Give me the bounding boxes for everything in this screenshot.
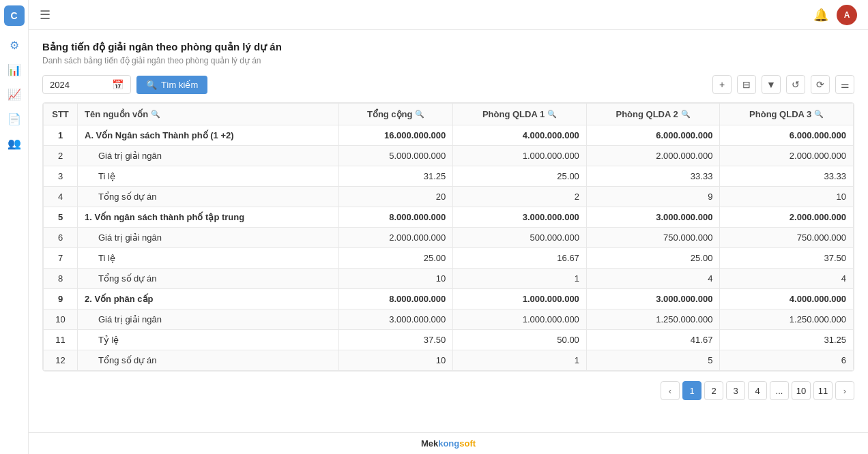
cell-p1: 1	[453, 269, 587, 289]
refresh-button[interactable]: ↺	[786, 75, 805, 94]
cell-name: Tỷ lệ	[78, 330, 339, 350]
cell-name: 1. Vốn ngân sách thành phố tập trung	[78, 207, 339, 228]
sidebar-item-settings[interactable]: ⚙	[3, 34, 25, 56]
sidebar-item-analytics[interactable]: 📈	[3, 83, 25, 105]
cell-p2: 2.000.000.000	[586, 146, 720, 166]
cell-tong-cong: 8.000.000.000	[339, 289, 453, 309]
table-row: 10 Giá trị giải ngân 3.000.000.000 1.000…	[44, 309, 854, 330]
cell-p2: 5	[586, 350, 720, 371]
cell-name: A. Vốn Ngân sách Thành phố (1 +2)	[78, 125, 339, 146]
next-page-button[interactable]: ›	[835, 381, 854, 400]
year-value: 2024	[50, 80, 70, 90]
cell-name: Ti lệ	[78, 248, 339, 269]
cell-tong-cong: 10	[339, 350, 453, 371]
table-row: 3 Ti lệ 31.25 25.00 33.33 33.33	[44, 166, 854, 187]
table-row: 1 A. Vốn Ngân sách Thành phố (1 +2) 16.0…	[44, 125, 854, 146]
header-left: ☰	[40, 7, 50, 22]
filter-button[interactable]: ▼	[762, 75, 781, 94]
table-row: 11 Tỷ lệ 37.50 50.00 41.67 31.25	[44, 330, 854, 350]
col-ten-nguon-von: Tên nguồn vốn 🔍	[78, 104, 339, 125]
cell-tong-cong: 5.000.000.000	[339, 146, 453, 166]
page-4-button[interactable]: 4	[748, 381, 767, 400]
cell-tong-cong: 10	[339, 269, 453, 289]
col-tong-cong: Tổng cộng 🔍	[339, 104, 453, 125]
cell-stt: 3	[44, 166, 78, 187]
cell-stt: 1	[44, 125, 78, 146]
table-row: 9 2. Vốn phân cấp 8.000.000.000 1.000.00…	[44, 289, 854, 309]
sidebar-item-document[interactable]: 📄	[3, 108, 25, 130]
cell-p3: 37.50	[720, 248, 854, 269]
year-input[interactable]: 2024 📅	[42, 75, 131, 94]
cell-p2: 6.000.000.000	[586, 125, 720, 146]
cell-tong-cong: 37.50	[339, 330, 453, 350]
pagination: ‹ 1 2 3 4 ... 10 11 ›	[42, 381, 854, 403]
cell-stt: 9	[44, 289, 78, 309]
header-right: 🔔 A	[813, 5, 857, 25]
sidebar-item-chart[interactable]: 📊	[3, 59, 25, 80]
app-logo[interactable]: C	[4, 5, 25, 26]
toolbar-right: + ⊟ ▼ ↺ ⟳ ⚌	[712, 75, 854, 94]
cell-p1: 25.00	[453, 166, 587, 187]
main-area: ☰ 🔔 A Bảng tiến độ giải ngân theo phòng …	[29, 0, 868, 454]
cell-stt: 2	[44, 146, 78, 166]
cell-p3: 6	[720, 350, 854, 371]
cell-tong-cong: 8.000.000.000	[339, 207, 453, 228]
cell-p1: 1.000.000.000	[453, 146, 587, 166]
page-ellipsis: ...	[770, 381, 789, 400]
cell-p2: 33.33	[586, 166, 720, 187]
cell-p1: 50.00	[453, 330, 587, 350]
filter-p1-icon[interactable]: 🔍	[547, 110, 557, 119]
cell-stt: 10	[44, 309, 78, 330]
cell-p3: 750.000.000	[720, 228, 854, 248]
search-button[interactable]: 🔍 Tìm kiếm	[136, 76, 207, 94]
filter-p3-icon[interactable]: 🔍	[814, 110, 824, 119]
content-area: Bảng tiến độ giải ngân theo phòng quản l…	[29, 30, 868, 432]
cell-stt: 4	[44, 187, 78, 207]
cell-p3: 31.25	[720, 330, 854, 350]
cell-tong-cong: 20	[339, 187, 453, 207]
cell-name: Ti lệ	[78, 166, 339, 187]
col-p2: Phòng QLDA 2 🔍	[586, 104, 720, 125]
page-2-button[interactable]: 2	[704, 381, 723, 400]
header: ☰ 🔔 A	[29, 0, 868, 30]
cell-p3: 2.000.000.000	[720, 146, 854, 166]
hamburger-icon[interactable]: ☰	[40, 7, 50, 22]
sync-button[interactable]: ⟳	[811, 75, 830, 94]
page-11-button[interactable]: 11	[813, 381, 833, 400]
cell-name: Giá trị giải ngân	[78, 309, 339, 330]
cell-stt: 7	[44, 248, 78, 269]
cell-name: Giá trị giải ngân	[78, 228, 339, 248]
cell-p3: 10	[720, 187, 854, 207]
cell-p2: 750.000.000	[586, 228, 720, 248]
cell-p2: 41.67	[586, 330, 720, 350]
cell-p3: 1.250.000.000	[720, 309, 854, 330]
page-3-button[interactable]: 3	[726, 381, 745, 400]
page-1-button[interactable]: 1	[682, 381, 701, 400]
cell-stt: 11	[44, 330, 78, 350]
filter-ten-icon[interactable]: 🔍	[151, 110, 160, 119]
cell-p1: 1.000.000.000	[453, 289, 587, 309]
table-row: 5 1. Vốn ngân sách thành phố tập trung 8…	[44, 207, 854, 228]
filter-p2-icon[interactable]: 🔍	[681, 110, 691, 119]
cell-p1: 1	[453, 350, 587, 371]
column-settings-button[interactable]: ⚌	[835, 75, 854, 94]
table-row: 7 Ti lệ 25.00 16.67 25.00 37.50	[44, 248, 854, 269]
print-button[interactable]: ⊟	[737, 75, 756, 94]
add-button[interactable]: +	[712, 75, 732, 94]
footer: Mekkongsoft	[29, 432, 868, 454]
page-10-button[interactable]: 10	[792, 381, 811, 400]
filter-tong-icon[interactable]: 🔍	[415, 110, 424, 119]
avatar[interactable]: A	[837, 5, 857, 25]
cell-p3: 4	[720, 269, 854, 289]
cell-p3: 2.000.000.000	[720, 207, 854, 228]
table-row: 6 Giá trị giải ngân 2.000.000.000 500.00…	[44, 228, 854, 248]
prev-page-button[interactable]: ‹	[661, 381, 680, 400]
notification-icon[interactable]: 🔔	[813, 7, 828, 22]
search-icon: 🔍	[146, 80, 157, 90]
sidebar-item-users[interactable]: 👥	[3, 132, 25, 154]
cell-p1: 2	[453, 187, 587, 207]
cell-p2: 3.000.000.000	[586, 207, 720, 228]
cell-name: Tổng số dự án	[78, 187, 339, 207]
cell-p2: 1.250.000.000	[586, 309, 720, 330]
cell-p1: 500.000.000	[453, 228, 587, 248]
